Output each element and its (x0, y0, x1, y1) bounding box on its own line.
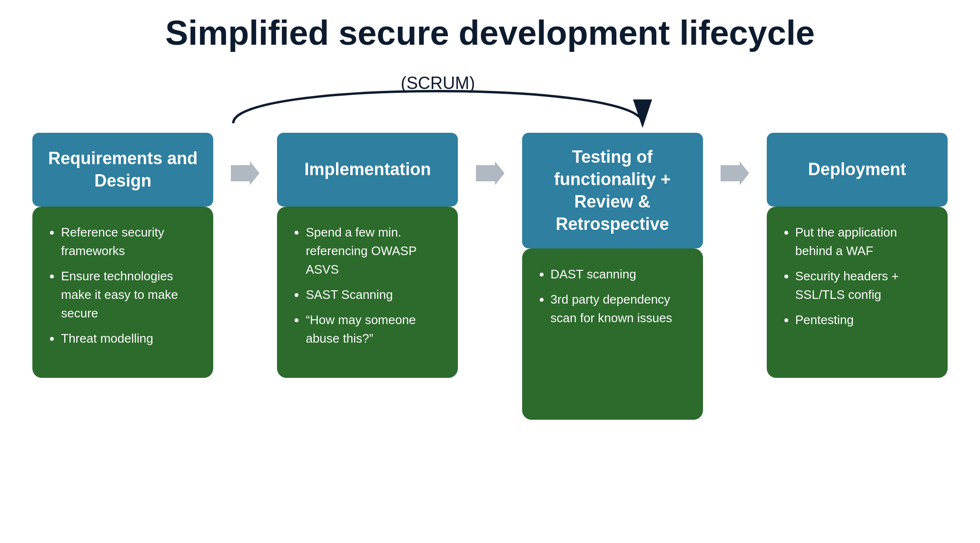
arrow-1 (227, 133, 264, 185)
phase-implementation: Implementation Spend a few min. referenc… (264, 133, 472, 378)
detail-item: Spend a few min. referencing OWASP ASVS (306, 223, 444, 279)
phase-testing-details: DAST scanning 3rd party dependency scan … (522, 248, 703, 420)
svg-marker-1 (231, 161, 259, 185)
phase-deployment-details: Put the application behind a WAF Securit… (767, 207, 948, 378)
phase-deployment: Deployment Put the application behind a … (753, 133, 961, 378)
scrum-arc-svg: (SCRUM) (86, 71, 895, 133)
detail-item: DAST scanning (551, 265, 689, 284)
scrum-label: (SCRUM) (401, 73, 475, 93)
phase-deployment-box: Deployment (767, 133, 948, 207)
svg-marker-3 (721, 161, 749, 185)
phases-container: Requirements and Design Reference securi… (19, 133, 961, 420)
detail-item: Put the application behind a WAF (795, 223, 933, 260)
phase-requirements-label: Requirements and Design (47, 148, 199, 192)
detail-item: Security headers + SSL/TLS config (795, 267, 933, 304)
scrum-arc-area: (SCRUM) (19, 71, 961, 133)
phase-implementation-details: Spend a few min. referencing OWASP ASVS … (277, 207, 458, 378)
phase-implementation-box: Implementation (277, 133, 458, 207)
detail-item: Reference security frameworks (61, 223, 199, 260)
phase-requirements-box: Requirements and Design (32, 133, 213, 207)
phase-testing: Testing of functionality + Review & Retr… (508, 133, 716, 420)
arrow-3 (716, 133, 753, 185)
page-title: Simplified secure development lifecycle (19, 14, 961, 52)
detail-item: Threat modelling (61, 329, 199, 348)
svg-marker-2 (476, 161, 505, 185)
phase-deployment-label: Deployment (808, 158, 906, 181)
phase-requirements: Requirements and Design Reference securi… (19, 133, 227, 378)
detail-item: 3rd party dependency scan for known issu… (551, 290, 689, 327)
phase-implementation-label: Implementation (304, 158, 431, 181)
detail-item: Pentesting (795, 311, 933, 329)
phase-requirements-details: Reference security frameworks Ensure tec… (32, 207, 213, 378)
detail-item: SAST Scanning (306, 286, 444, 304)
arrow-2 (472, 133, 509, 185)
detail-item: “How may someone abuse this?” (306, 311, 444, 348)
phase-testing-box: Testing of functionality + Review & Retr… (522, 133, 703, 248)
detail-item: Ensure technologies make it easy to make… (61, 267, 199, 323)
phase-testing-label: Testing of functionality + Review & Retr… (536, 146, 689, 235)
